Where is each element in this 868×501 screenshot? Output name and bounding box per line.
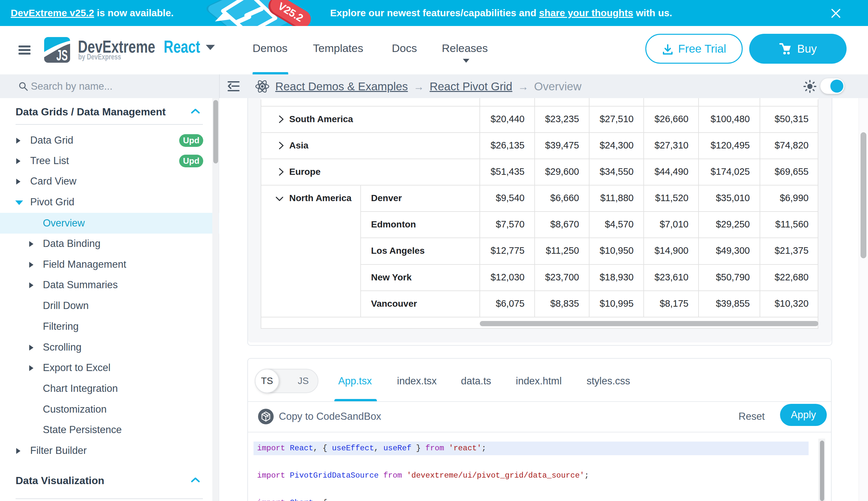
svg-text:JS: JS xyxy=(56,47,68,63)
